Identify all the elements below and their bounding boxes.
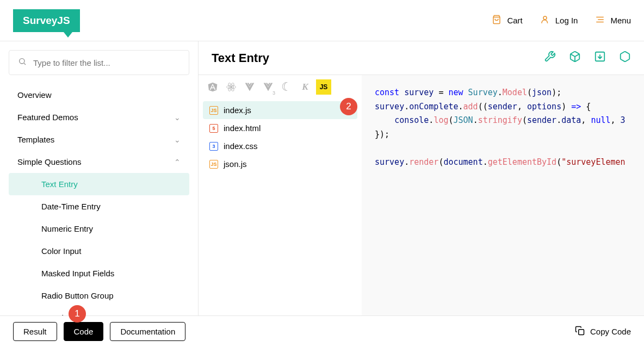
copy-icon xyxy=(575,326,585,337)
search-input[interactable] xyxy=(33,58,180,67)
copy-code-label: Copy Code xyxy=(590,327,631,336)
nav-dropdown[interactable]: Dropdown xyxy=(9,307,189,315)
framework-react[interactable] xyxy=(224,79,239,95)
js-file-icon: JS xyxy=(209,106,218,115)
nav-templates[interactable]: Templates ⌄ xyxy=(0,128,198,151)
content-body: 3 ☾ K JS 2 JS index.js 5 index.html xyxy=(199,75,644,315)
cart-icon xyxy=(492,15,501,26)
html-file-icon: 5 xyxy=(209,124,218,133)
header-right: Cart Log In Menu xyxy=(492,15,631,26)
annotation-badge-1: 1 xyxy=(69,305,86,323)
file-index-js[interactable]: JS index.js xyxy=(203,101,357,119)
nav-featured-demos[interactable]: Featured Demos ⌄ xyxy=(0,106,198,128)
nav-datetime-entry[interactable]: Date-Time Entry xyxy=(9,195,189,218)
codesandbox-icon[interactable] xyxy=(569,51,581,65)
chevron-up-icon: ⌃ xyxy=(174,158,181,166)
menu-link[interactable]: Menu xyxy=(595,15,631,26)
file-index-css-label: index.css xyxy=(224,141,258,151)
svg-point-0 xyxy=(543,16,547,20)
file-index-js-label: index.js xyxy=(224,106,251,115)
nav-simple-questions[interactable]: Simple Questions ⌃ xyxy=(0,151,198,173)
main: Overview Featured Demos ⌄ Templates ⌄ Si… xyxy=(0,41,644,315)
file-index-html-label: index.html xyxy=(224,123,261,133)
sidebar: Overview Featured Demos ⌄ Templates ⌄ Si… xyxy=(0,41,199,315)
download-icon[interactable] xyxy=(594,51,606,65)
bottom-bar: 1 Result Code Documentation Copy Code xyxy=(0,315,644,347)
login-link[interactable]: Log In xyxy=(540,15,578,26)
nav-color-input[interactable]: Color Input xyxy=(9,240,189,262)
file-index-css[interactable]: 3 index.css xyxy=(203,137,357,155)
annotation-badge-2: 2 xyxy=(340,98,357,115)
svg-point-8 xyxy=(230,86,232,88)
cart-link[interactable]: Cart xyxy=(492,15,522,26)
css-file-icon: 3 xyxy=(209,142,218,151)
menu-icon xyxy=(595,15,605,26)
content-header: Text Entry xyxy=(199,41,644,75)
file-json-js-label: json.js xyxy=(224,159,247,169)
nav-radio-button[interactable]: Radio Button Group xyxy=(9,284,189,307)
file-json-js[interactable]: JS json.js xyxy=(203,155,357,173)
file-list: JS index.js 5 index.html 3 index.css JS … xyxy=(199,99,362,175)
nav-numeric-entry[interactable]: Numeric Entry xyxy=(9,218,189,240)
logo[interactable]: SurveyJS xyxy=(13,9,80,32)
svg-rect-12 xyxy=(579,330,584,335)
framework-jquery[interactable]: ☾ xyxy=(279,79,294,95)
documentation-button[interactable]: Documentation xyxy=(110,322,185,341)
js-file-icon: JS xyxy=(209,160,218,169)
chevron-down-icon: ⌄ xyxy=(174,135,181,144)
framework-angular[interactable] xyxy=(205,79,220,95)
nav-simple-questions-label: Simple Questions xyxy=(17,157,82,166)
header: SurveyJS Cart Log In Menu xyxy=(0,0,644,41)
chevron-down-icon: ⌄ xyxy=(174,113,181,122)
nav-masked-input[interactable]: Masked Input Fields xyxy=(9,262,189,284)
cart-label: Cart xyxy=(507,16,522,25)
framework-vue3[interactable]: 3 xyxy=(261,79,276,95)
code-button[interactable]: Code xyxy=(64,322,104,341)
menu-label: Menu xyxy=(610,16,631,25)
package-icon[interactable] xyxy=(619,51,631,65)
svg-point-4 xyxy=(20,59,24,64)
search-box[interactable] xyxy=(9,50,189,75)
bottom-left: Result Code Documentation xyxy=(13,322,185,341)
user-icon xyxy=(540,15,550,26)
svg-line-5 xyxy=(24,63,26,65)
file-panel: 3 ☾ K JS 2 JS index.js 5 index.html xyxy=(199,75,362,315)
nav-featured-demos-label: Featured Demos xyxy=(17,113,78,122)
framework-knockout[interactable]: K xyxy=(298,79,313,95)
code-panel: const survey = new Survey.Model(json); s… xyxy=(362,75,644,315)
nav-text-entry[interactable]: Text Entry xyxy=(9,173,189,195)
framework-tabs: 3 ☾ K JS 2 xyxy=(199,75,362,99)
nav-overview[interactable]: Overview xyxy=(0,84,198,106)
framework-js[interactable]: JS xyxy=(316,79,331,95)
content: Text Entry xyxy=(199,41,644,315)
content-title: Text Entry xyxy=(212,51,269,65)
framework-vue[interactable] xyxy=(242,79,257,95)
wrench-icon[interactable] xyxy=(544,51,556,65)
result-button[interactable]: Result xyxy=(13,322,57,341)
search-icon xyxy=(18,57,27,68)
file-index-html[interactable]: 5 index.html xyxy=(203,119,357,137)
login-label: Log In xyxy=(555,16,578,25)
nav-templates-label: Templates xyxy=(17,135,54,144)
nav-section: Overview Featured Demos ⌄ Templates ⌄ Si… xyxy=(0,84,198,315)
content-actions xyxy=(544,51,631,65)
copy-code-button[interactable]: Copy Code xyxy=(575,326,631,337)
